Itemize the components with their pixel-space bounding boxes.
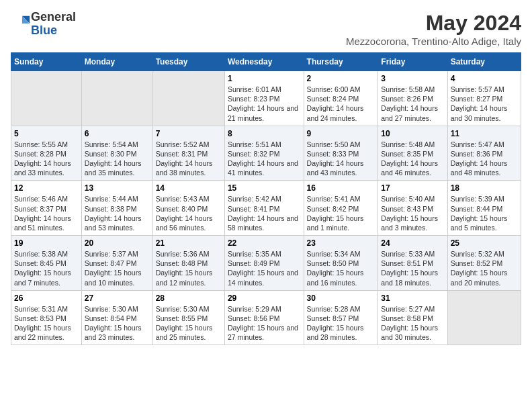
calendar-cell: 10 Sunrise: 5:48 AMSunset: 8:35 PMDaylig… <box>378 126 447 181</box>
title-block: May 2024 Mezzocorona, Trentino-Alto Adig… <box>346 11 521 47</box>
subtitle: Mezzocorona, Trentino-Alto Adige, Italy <box>346 36 521 47</box>
calendar-cell: 1 Sunrise: 6:01 AMSunset: 8:23 PMDayligh… <box>224 71 304 126</box>
calendar-cell: 6 Sunrise: 5:54 AMSunset: 8:30 PMDayligh… <box>81 126 152 181</box>
day-number: 12 <box>14 183 79 193</box>
weekday-header-saturday: Saturday <box>447 53 521 71</box>
day-info: Sunrise: 5:43 AMSunset: 8:40 PMDaylight:… <box>156 195 213 232</box>
calendar-cell: 31 Sunrise: 5:27 AMSunset: 8:58 PMDaylig… <box>378 290 447 345</box>
day-number: 21 <box>156 238 222 248</box>
day-info: Sunrise: 5:30 AMSunset: 8:55 PMDaylight:… <box>156 305 213 342</box>
day-number: 13 <box>85 183 150 193</box>
day-info: Sunrise: 5:58 AMSunset: 8:26 PMDaylight:… <box>381 85 438 122</box>
calendar-cell: 20 Sunrise: 5:37 AMSunset: 8:47 PMDaylig… <box>81 236 152 291</box>
day-number: 15 <box>228 183 301 193</box>
logo: General Blue <box>11 11 76 38</box>
day-info: Sunrise: 5:47 AMSunset: 8:36 PMDaylight:… <box>451 140 508 177</box>
day-info: Sunrise: 5:40 AMSunset: 8:43 PMDaylight:… <box>381 195 438 232</box>
calendar-cell: 30 Sunrise: 5:28 AMSunset: 8:57 PMDaylig… <box>304 290 378 345</box>
day-number: 10 <box>381 129 444 138</box>
weekday-header-tuesday: Tuesday <box>152 53 224 71</box>
day-info: Sunrise: 5:55 AMSunset: 8:28 PMDaylight:… <box>14 140 71 177</box>
calendar-week-row: 1 Sunrise: 6:01 AMSunset: 8:23 PMDayligh… <box>11 71 521 126</box>
main-title: May 2024 <box>346 11 521 36</box>
calendar-cell: 19 Sunrise: 5:38 AMSunset: 8:45 PMDaylig… <box>11 236 82 291</box>
logo-icon <box>12 13 31 32</box>
calendar-cell: 12 Sunrise: 5:46 AMSunset: 8:37 PMDaylig… <box>11 181 82 236</box>
weekday-header-row: SundayMondayTuesdayWednesdayThursdayFrid… <box>11 53 521 71</box>
day-info: Sunrise: 5:35 AMSunset: 8:49 PMDaylight:… <box>228 250 298 287</box>
day-info: Sunrise: 5:57 AMSunset: 8:27 PMDaylight:… <box>451 85 508 122</box>
calendar-cell: 23 Sunrise: 5:34 AMSunset: 8:50 PMDaylig… <box>304 236 378 291</box>
weekday-header-thursday: Thursday <box>304 53 378 71</box>
day-info: Sunrise: 5:39 AMSunset: 8:44 PMDaylight:… <box>451 195 508 232</box>
calendar-week-row: 12 Sunrise: 5:46 AMSunset: 8:37 PMDaylig… <box>11 181 521 236</box>
day-info: Sunrise: 5:51 AMSunset: 8:32 PMDaylight:… <box>228 140 298 177</box>
day-number: 27 <box>85 293 150 303</box>
day-info: Sunrise: 5:48 AMSunset: 8:35 PMDaylight:… <box>381 140 438 177</box>
calendar-cell: 7 Sunrise: 5:52 AMSunset: 8:31 PMDayligh… <box>152 126 224 181</box>
day-info: Sunrise: 5:30 AMSunset: 8:54 PMDaylight:… <box>85 305 142 342</box>
calendar-cell: 21 Sunrise: 5:36 AMSunset: 8:48 PMDaylig… <box>152 236 224 291</box>
day-info: Sunrise: 6:01 AMSunset: 8:23 PMDaylight:… <box>228 85 298 122</box>
day-info: Sunrise: 5:46 AMSunset: 8:37 PMDaylight:… <box>14 195 71 232</box>
day-info: Sunrise: 5:50 AMSunset: 8:33 PMDaylight:… <box>307 140 364 177</box>
calendar-cell: 4 Sunrise: 5:57 AMSunset: 8:27 PMDayligh… <box>447 71 521 126</box>
day-number: 18 <box>451 183 518 193</box>
day-number: 29 <box>228 293 301 303</box>
day-number: 16 <box>307 183 375 193</box>
day-info: Sunrise: 5:41 AMSunset: 8:42 PMDaylight:… <box>307 195 364 232</box>
day-number: 3 <box>381 74 444 83</box>
calendar-table: SundayMondayTuesdayWednesdayThursdayFrid… <box>11 52 521 345</box>
calendar-cell: 28 Sunrise: 5:30 AMSunset: 8:55 PMDaylig… <box>152 290 224 345</box>
day-info: Sunrise: 5:27 AMSunset: 8:58 PMDaylight:… <box>381 305 438 342</box>
day-number: 11 <box>451 129 518 138</box>
day-number: 31 <box>381 293 444 303</box>
weekday-header-sunday: Sunday <box>11 53 82 71</box>
calendar-cell: 2 Sunrise: 6:00 AMSunset: 8:24 PMDayligh… <box>304 71 378 126</box>
calendar-cell <box>152 71 224 126</box>
calendar-cell: 15 Sunrise: 5:42 AMSunset: 8:41 PMDaylig… <box>224 181 304 236</box>
calendar-cell: 18 Sunrise: 5:39 AMSunset: 8:44 PMDaylig… <box>447 181 521 236</box>
calendar-cell: 26 Sunrise: 5:31 AMSunset: 8:53 PMDaylig… <box>11 290 82 345</box>
calendar-cell: 29 Sunrise: 5:29 AMSunset: 8:56 PMDaylig… <box>224 290 304 345</box>
day-number: 23 <box>307 238 375 248</box>
calendar-cell: 25 Sunrise: 5:32 AMSunset: 8:52 PMDaylig… <box>447 236 521 291</box>
calendar-cell: 22 Sunrise: 5:35 AMSunset: 8:49 PMDaylig… <box>224 236 304 291</box>
day-number: 4 <box>451 74 518 83</box>
calendar-cell: 27 Sunrise: 5:30 AMSunset: 8:54 PMDaylig… <box>81 290 152 345</box>
day-number: 25 <box>451 238 518 248</box>
calendar-cell: 5 Sunrise: 5:55 AMSunset: 8:28 PMDayligh… <box>11 126 82 181</box>
calendar-cell: 24 Sunrise: 5:33 AMSunset: 8:51 PMDaylig… <box>378 236 447 291</box>
day-info: Sunrise: 5:38 AMSunset: 8:45 PMDaylight:… <box>14 250 71 287</box>
day-info: Sunrise: 5:28 AMSunset: 8:57 PMDaylight:… <box>307 305 364 342</box>
day-info: Sunrise: 5:32 AMSunset: 8:52 PMDaylight:… <box>451 250 508 287</box>
calendar-cell <box>81 71 152 126</box>
calendar-week-row: 5 Sunrise: 5:55 AMSunset: 8:28 PMDayligh… <box>11 126 521 181</box>
day-number: 8 <box>228 129 301 138</box>
day-number: 1 <box>228 74 301 83</box>
weekday-header-wednesday: Wednesday <box>224 53 304 71</box>
weekday-header-monday: Monday <box>81 53 152 71</box>
day-info: Sunrise: 5:52 AMSunset: 8:31 PMDaylight:… <box>156 140 213 177</box>
day-info: Sunrise: 6:00 AMSunset: 8:24 PMDaylight:… <box>307 85 364 122</box>
day-number: 7 <box>156 129 222 138</box>
day-number: 2 <box>307 74 375 83</box>
day-number: 17 <box>381 183 444 193</box>
calendar-cell: 3 Sunrise: 5:58 AMSunset: 8:26 PMDayligh… <box>378 71 447 126</box>
day-number: 9 <box>307 129 375 138</box>
calendar-cell <box>447 290 521 345</box>
calendar-cell: 17 Sunrise: 5:40 AMSunset: 8:43 PMDaylig… <box>378 181 447 236</box>
page-header: General Blue May 2024 Mezzocorona, Trent… <box>11 11 521 47</box>
day-number: 28 <box>156 293 222 303</box>
day-info: Sunrise: 5:42 AMSunset: 8:41 PMDaylight:… <box>228 195 298 232</box>
calendar-cell <box>11 71 82 126</box>
day-info: Sunrise: 5:33 AMSunset: 8:51 PMDaylight:… <box>381 250 438 287</box>
day-info: Sunrise: 5:44 AMSunset: 8:38 PMDaylight:… <box>85 195 142 232</box>
day-number: 26 <box>14 293 79 303</box>
logo-text: General Blue <box>31 11 76 38</box>
calendar-cell: 13 Sunrise: 5:44 AMSunset: 8:38 PMDaylig… <box>81 181 152 236</box>
day-number: 6 <box>85 129 150 138</box>
calendar-cell: 11 Sunrise: 5:47 AMSunset: 8:36 PMDaylig… <box>447 126 521 181</box>
day-number: 5 <box>14 129 79 138</box>
calendar-cell: 8 Sunrise: 5:51 AMSunset: 8:32 PMDayligh… <box>224 126 304 181</box>
